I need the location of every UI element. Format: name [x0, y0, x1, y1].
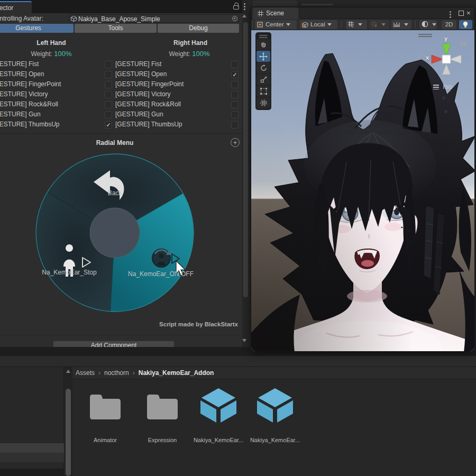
- gesture-label: [GESTURE] Fist: [0, 59, 39, 69]
- breadcrumb-current[interactable]: Nakiya_KemoEar_Addon: [139, 369, 214, 377]
- overlay-drag-handle[interactable]: [418, 34, 432, 35]
- asset-folder-animator[interactable]: Animator: [76, 385, 134, 448]
- radial-center[interactable]: [90, 208, 140, 258]
- divider: [0, 335, 242, 335]
- projection-menu[interactable]: Iso: [433, 83, 452, 90]
- grid-icon: [258, 11, 263, 16]
- inspector-panel: Inspector Controlling Avatar: Nakiya_Bas…: [0, 0, 242, 347]
- left-gesture-checkbox[interactable]: ✓: [105, 121, 112, 129]
- right-gesture-checkbox[interactable]: [231, 61, 239, 68]
- right-gesture-checkbox[interactable]: [231, 111, 239, 118]
- hand-tool-button[interactable]: [257, 39, 270, 50]
- shaded-sphere-icon: [422, 21, 428, 28]
- scroll-up-arrow[interactable]: [66, 370, 70, 373]
- close-icon[interactable]: ×: [466, 10, 471, 16]
- pivot-mode-button[interactable]: Center: [255, 20, 297, 29]
- gizmo-cone[interactable]: [442, 64, 451, 75]
- prefab-icon: [71, 16, 77, 22]
- gesture-label: [GESTURE] Open: [0, 69, 44, 79]
- gizmo-center-cube[interactable]: [442, 55, 451, 63]
- window-menu-icon[interactable]: [450, 10, 451, 19]
- right-gesture-checkbox[interactable]: [231, 121, 239, 129]
- breadcrumb-assets[interactable]: Assets: [72, 369, 95, 377]
- palette-drag-handle[interactable]: [259, 37, 268, 38]
- gesture-label: [GESTURE] ThumbsUp: [115, 120, 182, 130]
- tab-debug[interactable]: Debug: [158, 24, 239, 33]
- gizmo-cone[interactable]: [450, 55, 461, 63]
- tab-gestures[interactable]: Gestures: [0, 24, 74, 33]
- tree-scroll-strip: [0, 469, 64, 476]
- scroll-down-arrow[interactable]: [242, 339, 246, 342]
- toolbar-separator: [252, 21, 253, 28]
- inspector-scrollbar[interactable]: [243, 22, 248, 297]
- project-scrollbar-track[interactable]: [64, 367, 72, 476]
- gizmo-x-label[interactable]: x: [426, 54, 429, 61]
- lighting-toggle-button[interactable]: [459, 20, 472, 29]
- scale-icon: [260, 76, 268, 84]
- scene-tab[interactable]: Scene: [253, 7, 298, 19]
- gesture-label: [GESTURE] Fist: [115, 59, 161, 69]
- radial-menu-title: Radial Menu: [35, 139, 194, 147]
- increment-snap-button[interactable]: [391, 20, 411, 29]
- inspector-menu-icon[interactable]: [244, 2, 245, 11]
- palette-drag-handle[interactable]: [259, 35, 268, 36]
- right-gesture-checkbox[interactable]: [231, 91, 239, 98]
- left-gesture-checkbox[interactable]: [105, 111, 112, 118]
- pivot-icon: [257, 22, 263, 28]
- tree-row-highlight[interactable]: [0, 443, 64, 453]
- gesture-label: [GESTURE] ThumbsUp: [0, 120, 59, 130]
- inspector-tab-strip: Inspector: [0, 0, 242, 13]
- overlay-drag-handle[interactable]: [418, 36, 432, 37]
- add-radial-item-button[interactable]: +: [231, 138, 240, 147]
- right-gesture-checkbox[interactable]: [231, 101, 239, 108]
- asset-prefab-2[interactable]: Nakiya_KemoEar...: [246, 385, 304, 448]
- scale-tool-button[interactable]: [257, 74, 270, 85]
- gesture-label: [GESTURE] Open: [115, 69, 167, 79]
- left-gesture-checkbox[interactable]: [105, 61, 112, 68]
- grid-visibility-button[interactable]: y: [346, 20, 367, 29]
- move-tool-button[interactable]: [257, 51, 270, 62]
- tree-row[interactable]: [0, 453, 64, 462]
- chevron-right-icon: ›: [95, 369, 104, 377]
- lock-icon[interactable]: [233, 5, 239, 10]
- transform-tool-button[interactable]: [257, 97, 270, 108]
- object-picker-icon[interactable]: [232, 16, 237, 21]
- project-toolbar: [0, 356, 476, 367]
- maximize-icon[interactable]: [459, 11, 464, 16]
- rect-tool-button[interactable]: [257, 86, 270, 97]
- grid-snap-button[interactable]: [369, 20, 389, 29]
- 2d-toggle-button[interactable]: 2D: [442, 20, 456, 29]
- scene-titlebar[interactable]: Scene ×: [251, 7, 475, 19]
- gizmo-lock-icon[interactable]: [461, 39, 466, 46]
- scroll-up-arrow[interactable]: [242, 14, 246, 17]
- rotate-tool-button[interactable]: [257, 62, 270, 74]
- project-scrollbar[interactable]: [66, 389, 71, 476]
- shading-mode-button[interactable]: [419, 20, 437, 29]
- toolbar-separator: [341, 21, 342, 28]
- gizmo-y-cone[interactable]: [442, 44, 451, 56]
- project-folder-tree[interactable]: [0, 367, 64, 476]
- left-gesture-checkbox[interactable]: [105, 71, 112, 78]
- left-gesture-checkbox[interactable]: [105, 91, 112, 98]
- grid-axis-icon: y: [347, 21, 354, 28]
- asset-prefab-1[interactable]: Nakiya_KemoEar...: [189, 385, 248, 448]
- inspector-tab-label: Inspector: [0, 4, 13, 12]
- breadcrumb-nocthorn[interactable]: nocthorn: [104, 369, 129, 377]
- rotate-icon: [260, 64, 268, 72]
- scene-viewport[interactable]: y x Iso: [251, 30, 475, 352]
- asset-folder-expression[interactable]: Expression: [133, 385, 191, 448]
- left-gesture-checkbox[interactable]: [105, 81, 112, 88]
- chevron-right-icon: ›: [129, 369, 139, 377]
- add-component-button[interactable]: Add Component: [53, 341, 175, 347]
- inspector-tab[interactable]: Inspector: [0, 1, 32, 13]
- orientation-button[interactable]: Local: [300, 20, 337, 29]
- right-gesture-checkbox[interactable]: ✓: [231, 71, 239, 78]
- left-hand-title: Left Hand: [9, 39, 94, 47]
- right-gesture-checkbox[interactable]: [231, 81, 239, 88]
- avatar-object-field[interactable]: Nakiya_Base_Apose_Simple: [69, 14, 239, 23]
- left-gesture-checkbox[interactable]: [105, 101, 112, 108]
- rect-tool-icon: [260, 87, 268, 95]
- scene-toolbar: Center Local y: [251, 19, 475, 30]
- tab-tools[interactable]: Tools: [75, 24, 157, 33]
- gizmo-x-cone[interactable]: [432, 55, 443, 63]
